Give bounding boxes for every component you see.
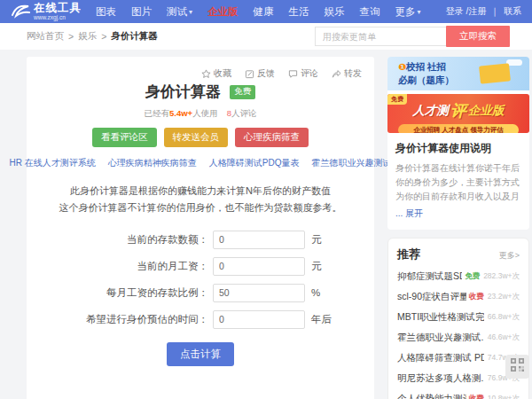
nav-item-label: 生活 (289, 5, 309, 19)
top-navbar: 在线工具 www.zxgj.cn 图表 图片 测试 ▾ 企业版 (0, 0, 532, 23)
chevron-down-icon: ▾ (189, 8, 192, 16)
item-title: 个人优势能力测评 (397, 393, 466, 399)
feedback-icon (245, 69, 254, 79)
header-divider: ｜ (490, 5, 499, 18)
list-item[interactable]: 明尼苏达多项人格测... 76.9w+次 (397, 372, 520, 385)
talent-assessment-banner[interactable]: 免费 人才测 评 企业版 企业招聘 人才盘点 领导力评估 (387, 94, 529, 133)
sidebar-top-block: ❶校招 社招 必刷（题库） 免费 人才测 评 企业版 企业招聘 人才盘点 领导力… (387, 57, 529, 230)
quick-links: HR 在线人才测评系统 心理疾病精神疾病筛查 人格障碍测试PDQ量表 霍兰德职业… (39, 157, 362, 169)
field-label: 当前的月工资： (59, 260, 208, 273)
breadcrumb-separator: > (101, 31, 106, 42)
list-item[interactable]: 霍兰德职业兴趣测试... 46.6w+次 (397, 332, 520, 344)
usage-count: 10.8w+次 (484, 394, 520, 399)
field-input[interactable] (213, 310, 305, 329)
recommend-more-link[interactable]: 更多> (499, 250, 520, 262)
item-title: 霍兰德职业兴趣测试... (397, 332, 484, 344)
breadcrumb-category[interactable]: 娱乐 (78, 30, 97, 43)
breadcrumb-home[interactable]: 网站首页 (27, 30, 64, 43)
banner-number-icon: ❶ (398, 61, 406, 72)
promo-button[interactable]: 心理疾病筛查 (235, 128, 309, 147)
promo-button[interactable]: 转发送会员 (164, 128, 229, 147)
breadcrumb-separator: > (68, 31, 74, 42)
quick-link[interactable]: 心理疾病精神疾病筛查 (108, 157, 197, 169)
nav-item-label: 企业版 (207, 5, 239, 19)
nav-item-label: 健康 (254, 5, 274, 19)
star-icon (201, 69, 211, 79)
banner-free-tag: 免费 (387, 94, 407, 105)
nav-item-label: 图片 (131, 5, 152, 19)
comment-icon (288, 69, 298, 79)
price-tag: 收费 (469, 394, 484, 399)
recommend-title: 推荐 (397, 246, 420, 262)
share-icon (332, 69, 341, 79)
site-logo[interactable]: 在线工具 www.zxgj.cn (11, 3, 82, 20)
field-unit: 元 (311, 260, 341, 273)
quick-link[interactable]: 人格障碍测试PDQ量表 (209, 157, 300, 169)
qr-code-icon (511, 358, 524, 375)
calculate-button[interactable]: 点击计算 (167, 342, 234, 366)
item-title: scl-90症状自评量表 (397, 291, 466, 303)
price-tag: 免费 (465, 271, 480, 282)
field-input[interactable] (213, 257, 305, 276)
guide-title: 身价计算器使用说明 (395, 141, 521, 156)
expand-link[interactable]: ... 展开 (395, 207, 423, 220)
form-row: 当前的月工资： 元 (39, 257, 362, 276)
item-title: 人格障碍筛查测试 PD... (397, 352, 484, 364)
form-row: 希望进行身价预估的时间： 年后 (39, 310, 362, 329)
list-item[interactable]: 个人优势能力测评 收费 10.8w+次 (397, 393, 520, 399)
list-item[interactable]: scl-90症状自评量表 收费 23.2w+次 (397, 291, 520, 303)
form-row: 当前的存款数额： 元 (39, 231, 362, 249)
favorite-button[interactable]: 收藏 (201, 67, 231, 80)
breadcrumb: 网站首页 > 娱乐 > 身价计算器 (27, 30, 158, 43)
contact-link[interactable]: 联系 (504, 5, 521, 18)
comment-label: 评论 (301, 67, 318, 80)
list-item[interactable]: 人格障碍筛查测试 PD... 74.7w+次 (397, 352, 520, 364)
search-input[interactable] (315, 27, 446, 46)
breadcrumb-search-bar: 网站首页 > 娱乐 > 身价计算器 立即搜索 (0, 23, 532, 50)
share-button[interactable]: 转发 (332, 67, 362, 80)
quick-link[interactable]: 霍兰德职业兴趣测试 (311, 157, 391, 169)
nav-item[interactable]: 娱乐 (325, 5, 345, 19)
calculator-description: 此身价计算器是根据你的赚钱能力来计算N年后你的财产数值 这个身价计算器不计算你的… (39, 183, 362, 217)
comment-button[interactable]: 评论 (288, 67, 318, 80)
nav-item-label: 更多 (395, 5, 416, 19)
nav-item[interactable]: 健康 (254, 5, 274, 19)
field-input[interactable] (213, 284, 305, 302)
nav-item[interactable]: 生活 (289, 5, 309, 19)
qr-code-float-button[interactable] (505, 355, 529, 379)
nav-item[interactable]: 企业版 (207, 5, 239, 19)
list-item[interactable]: MBTI职业性格测试完... 66.8w+次 (397, 311, 520, 324)
field-unit: 年后 (311, 313, 341, 326)
nav-item[interactable]: 查询 (360, 5, 380, 19)
usage-guide: 身价计算器使用说明 身价计算器在线计算你诺干年后你的身价为多少，主要计算方式为你… (387, 133, 529, 230)
promo-button[interactable]: 看看评论区 (92, 128, 157, 147)
login-register-link[interactable]: 登录 /注册 (446, 5, 487, 18)
nav-item[interactable]: 更多 ▾ (395, 5, 421, 19)
quick-link[interactable]: HR 在线人才测评系统 (10, 157, 96, 169)
feedback-button[interactable]: 反馈 (245, 67, 275, 80)
price-tag: 收费 (469, 292, 484, 302)
field-unit: % (311, 287, 341, 298)
item-title: 明尼苏达多项人格测... (397, 372, 484, 385)
sidebar: ❶校招 社招 必刷（题库） 免费 人才测 评 企业版 企业招聘 人才盘点 领导力… (387, 57, 529, 399)
item-title: 抑郁症测试题SDS (397, 270, 462, 283)
header-account-area: 登录 /注册 ｜ 联系 (446, 5, 521, 18)
recommend-list: 抑郁症测试题SDS 免费 282.3w+次 scl-90症状自评量表 收费 23… (397, 270, 520, 399)
usage-stats: 已经有5.4w+人使用8人评论 (39, 108, 362, 120)
favorite-label: 收藏 (214, 67, 231, 80)
search-button[interactable]: 立即搜索 (446, 26, 510, 47)
field-label: 希望进行身价预估的时间： (59, 313, 208, 326)
field-input[interactable] (213, 231, 305, 249)
card-actions: 收藏 反馈 评论 转发 (39, 67, 362, 80)
recruit-question-bank-banner[interactable]: ❶校招 社招 必刷（题库） (387, 57, 529, 90)
nav-item[interactable]: 图表 (96, 5, 116, 19)
breadcrumb-current: 身价计算器 (111, 30, 158, 43)
logo-swoosh-icon (11, 4, 30, 19)
logo-subtitle: www.zxgj.cn (34, 15, 82, 21)
usage-count: 282.3w+次 (480, 271, 520, 282)
banner-subtitle: 企业招聘 人才盘点 领导力评估 (398, 124, 519, 133)
feedback-label: 反馈 (257, 67, 275, 80)
list-item[interactable]: 抑郁症测试题SDS 免费 282.3w+次 (397, 270, 520, 283)
nav-item[interactable]: 测试 ▾ (167, 5, 192, 19)
nav-item[interactable]: 图片 (131, 5, 152, 19)
